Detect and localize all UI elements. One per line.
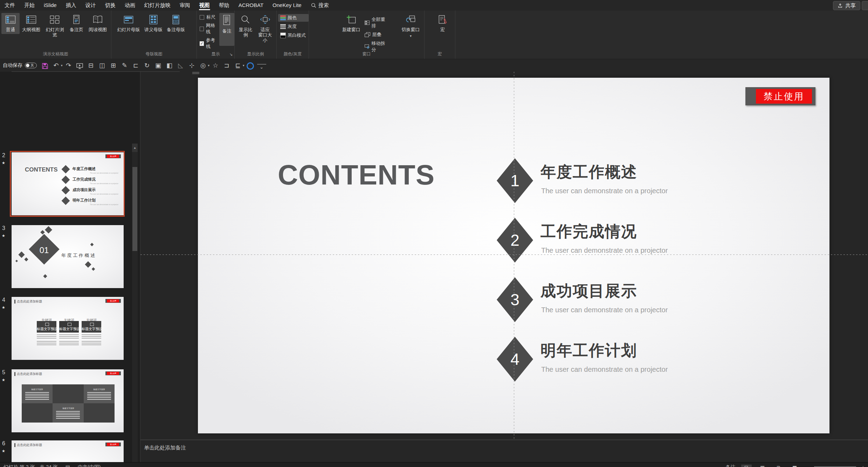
undo-icon[interactable]: ↶: [51, 60, 61, 71]
zoom-out-icon[interactable]: −: [806, 465, 808, 467]
comments-button-partial[interactable]: [862, 1, 868, 10]
fit-to-window-button[interactable]: 适应窗口大小: [255, 13, 275, 44]
switch-windows-dropdown-icon[interactable]: ▾: [410, 35, 412, 37]
tab-view[interactable]: 视图: [195, 0, 214, 11]
new-window-button[interactable]: 新建窗口: [340, 13, 363, 34]
search-box[interactable]: 搜索: [311, 2, 329, 9]
spellcheck-icon[interactable]: ▤: [66, 464, 70, 467]
tab-animations[interactable]: 动画: [120, 0, 140, 11]
diamond-4-icon: 4: [497, 337, 533, 382]
zoom-in-icon[interactable]: +: [862, 465, 864, 467]
islide-tool-icon[interactable]: [246, 60, 255, 71]
show-dialog-launcher-icon[interactable]: ↘: [229, 52, 233, 57]
tab-islide[interactable]: iSlide: [39, 0, 61, 11]
switch-windows-button[interactable]: 切换窗口 ▾: [399, 13, 423, 39]
statusbar-reading-view-icon[interactable]: ⧉: [773, 465, 784, 467]
rotate-object-icon[interactable]: ↻: [143, 60, 152, 71]
grayscale-button[interactable]: 灰度: [278, 23, 309, 30]
undo-dropdown-icon[interactable]: ▾: [61, 64, 63, 67]
bring-forward-icon[interactable]: ◧: [165, 60, 174, 71]
thumbnail-slide-4[interactable]: 点击此处添加标题 禁止使用 关键词 关键词 关键词 标题文字预设 标题文字预设 …: [12, 297, 124, 360]
edit-points-icon[interactable]: ◺: [176, 60, 185, 71]
tab-insert[interactable]: 插入: [61, 0, 81, 11]
tab-onekey[interactable]: OneKey Lite: [268, 0, 306, 11]
handout-master-button[interactable]: 讲义母版: [142, 13, 165, 34]
tab-design[interactable]: 设计: [81, 0, 101, 11]
agenda-item-title: 工作完成情况: [540, 221, 637, 242]
tab-home[interactable]: 开始: [20, 0, 39, 11]
outline-view-button[interactable]: 大纲视图: [20, 13, 43, 34]
editing-canvas[interactable]: CONTENTS 1 年度工作概述 The user can demonstra…: [140, 72, 868, 440]
zoom-slider[interactable]: [814, 466, 856, 467]
slide-number: 5: [2, 369, 5, 376]
tab-slideshow[interactable]: 幻灯片放映: [140, 0, 175, 11]
distribute-horizontal-icon[interactable]: ◫: [98, 60, 107, 71]
statusbar-normal-view-icon[interactable]: ⊡: [741, 465, 752, 467]
statusbar-sorter-view-icon[interactable]: ▦: [757, 465, 768, 467]
animation-painter-icon[interactable]: ☆: [211, 60, 220, 71]
start-slideshow-icon[interactable]: [75, 60, 84, 71]
align-middle-icon[interactable]: ⊞: [109, 60, 118, 71]
macros-button[interactable]: 宏: [434, 13, 452, 34]
forbidden-badge[interactable]: 禁止使用: [745, 87, 815, 105]
agenda-item-subtitle: The user can demonstrate on a projector: [541, 365, 668, 374]
zoom-icon: [240, 15, 251, 25]
merge-shapes-dropdown-icon[interactable]: ▾: [208, 64, 210, 67]
black-white-button[interactable]: 黑白模式: [278, 32, 309, 39]
autosave-switch-icon[interactable]: 关: [25, 63, 37, 68]
save-icon[interactable]: [40, 60, 49, 71]
notes-button[interactable]: 备注: [219, 13, 234, 46]
thumbnail-slide-5[interactable]: 点击此处添加标题 禁止使用 标题文字添加 标题文字添加 标题文字添加: [12, 369, 124, 432]
group-color-grayscale: 颜色 灰度 黑白模式 颜色/灰度: [277, 11, 309, 59]
customize-qat-icon[interactable]: ⌄: [257, 64, 266, 70]
slide-master-button[interactable]: 幻灯片母版: [115, 13, 142, 34]
autosave-toggle[interactable]: 自动保存 关: [3, 62, 37, 69]
share-icon: [838, 3, 843, 8]
outline-view-icon: [26, 15, 36, 25]
scroll-up-icon[interactable]: ▲: [132, 144, 138, 152]
panel-divider[interactable]: [140, 72, 140, 467]
share-button[interactable]: 共享: [833, 1, 860, 10]
normal-view-button[interactable]: 普通: [1, 13, 20, 34]
language-indicator[interactable]: 中文(中国): [78, 464, 101, 467]
tab-file[interactable]: 文件: [0, 0, 20, 11]
tab-acrobat[interactable]: ACROBAT: [234, 0, 268, 11]
horizontal-guide[interactable]: [140, 255, 868, 255]
notes-toggle[interactable]: ▲ 备注: [721, 464, 736, 467]
tab-review[interactable]: 审阅: [175, 0, 195, 11]
ruler-checkbox[interactable]: 标尺: [200, 14, 219, 20]
notes-placeholder[interactable]: 单击此处添加备注: [144, 445, 186, 451]
tab-help[interactable]: 帮助: [214, 0, 234, 11]
splitter-nub[interactable]: [192, 72, 199, 74]
format-painter-icon[interactable]: ✎: [120, 60, 129, 71]
redo-icon[interactable]: ↷: [64, 60, 73, 71]
guides-checkbox[interactable]: ✓参考线: [200, 37, 219, 50]
align-center-icon[interactable]: ⊟: [87, 60, 96, 71]
merge-shapes-icon[interactable]: ◎: [199, 60, 208, 71]
move-split-qat-icon[interactable]: ⊹: [187, 60, 197, 71]
forbidden-badge-text: 禁止使用: [756, 89, 812, 104]
reading-view-button[interactable]: 阅读视图: [86, 13, 110, 34]
notes-pane[interactable]: 单击此处添加备注: [140, 440, 868, 462]
notes-master-button[interactable]: 备注母版: [165, 13, 187, 34]
gridlines-checkbox[interactable]: 网格线: [200, 22, 219, 35]
thumbnail-slide-3[interactable]: 01 年 度 工 作 概 述: [12, 225, 124, 288]
align-objects-dropdown-icon[interactable]: ▾: [243, 64, 244, 67]
color-mode-button[interactable]: 颜色: [278, 14, 309, 22]
scrollbar-thumb[interactable]: [132, 167, 137, 251]
zoom-button[interactable]: 显示比例: [236, 13, 255, 39]
thumbnail-slide-2[interactable]: CONTENTS 禁止使用 年度工作概述 The user can demons…: [12, 152, 124, 215]
group-objects-icon[interactable]: ▣: [154, 60, 163, 71]
animation-star-icon: ★: [2, 305, 5, 310]
statusbar-slideshow-icon[interactable]: ⬒: [790, 465, 800, 467]
slide-sorter-button[interactable]: 幻灯片浏览: [43, 13, 67, 39]
tab-transitions[interactable]: 切换: [101, 0, 120, 11]
group-zoom: 显示比例 适应窗口大小 显示比例: [235, 11, 277, 59]
align-objects-icon[interactable]: ⊑: [233, 60, 242, 71]
arrange-all-button[interactable]: 全部重排: [363, 16, 390, 30]
vertical-gu ide[interactable]: [514, 72, 514, 440]
cascade-button[interactable]: 层叠: [363, 31, 390, 39]
align-left-icon[interactable]: ⊏: [131, 60, 140, 71]
move-object-icon[interactable]: ⊐: [222, 60, 231, 71]
notes-page-button[interactable]: 备注页: [67, 13, 86, 34]
